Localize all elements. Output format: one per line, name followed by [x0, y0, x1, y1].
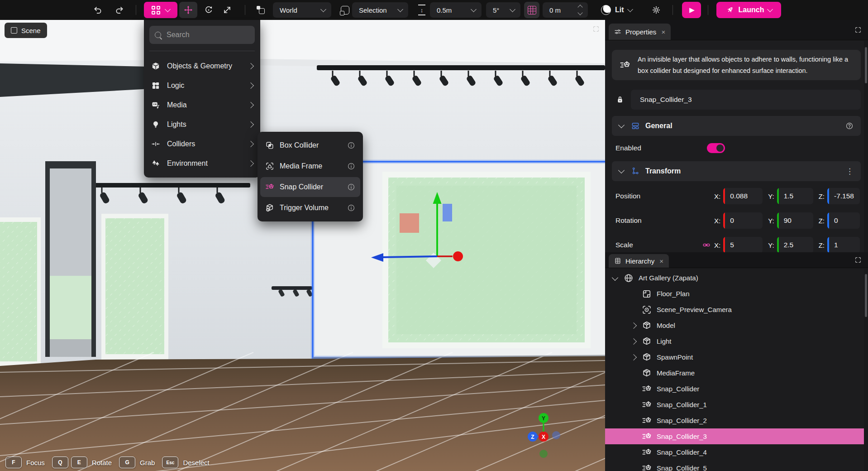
snap-collider-icon [642, 447, 652, 457]
help-icon[interactable] [845, 122, 854, 130]
link-scale-icon[interactable] [702, 241, 711, 249]
tree-row[interactable]: Snap_Collider [605, 381, 868, 397]
world-space-dropdown[interactable]: World [273, 2, 331, 18]
chevron-down-icon[interactable] [612, 274, 618, 281]
expand-icon[interactable] [854, 26, 862, 34]
scale-z-field[interactable]: 1 [827, 237, 860, 252]
info-icon[interactable] [347, 141, 355, 149]
position-z-field[interactable]: -7.158 [827, 188, 860, 204]
menu-item-media[interactable]: Media [144, 95, 260, 115]
lock-icon[interactable] [615, 95, 625, 104]
chevron-down-icon[interactable] [618, 122, 625, 128]
transform-section-header[interactable]: Transform ⋮ [612, 161, 861, 181]
hierarchy-panel: Hierarchy × Art Gallery (Zapata) Floor_P… [605, 252, 868, 471]
submenu-item-snap-collider[interactable]: Snap Collider [260, 177, 360, 197]
rotation-z-field[interactable]: 0 [827, 212, 860, 229]
close-icon[interactable]: × [659, 257, 663, 265]
transform-icon [631, 167, 640, 176]
media-icon [151, 101, 160, 110]
menu-item-environment[interactable]: Environment [144, 154, 260, 173]
enabled-toggle[interactable] [707, 143, 725, 153]
move-tool-button[interactable] [179, 2, 197, 18]
stepper-arrows[interactable] [578, 5, 582, 14]
tree-row[interactable]: Snap_Collider_5 [605, 460, 868, 471]
scrollbar[interactable] [864, 41, 868, 252]
kebab-menu-icon[interactable]: ⋮ [846, 167, 854, 176]
rotate-snap-dropdown[interactable]: 5° [486, 2, 520, 18]
bulb-icon [151, 120, 160, 129]
chevron-down-icon [510, 6, 515, 12]
viewport-3d-scene[interactable]: Y Z X [0, 20, 605, 471]
undo-button[interactable] [91, 2, 105, 18]
axis-y-label: Y: [768, 241, 774, 249]
general-section-header[interactable]: General [612, 116, 861, 136]
hierarchy-tree: Art Gallery (Zapata) Floor_Plan Scene_Pr… [605, 268, 868, 471]
menu-item-logic[interactable]: Logic [144, 76, 260, 95]
tree-row-selected[interactable]: Snap_Collider_3 [605, 428, 868, 444]
submenu-item-box-collider[interactable]: Box Collider [260, 135, 360, 155]
rotation-x-field[interactable]: 0 [723, 212, 763, 229]
axis-z-label[interactable]: Z [531, 434, 534, 440]
chevron-right-icon [248, 160, 254, 166]
submenu-item-trigger-volume[interactable]: Trigger Volume [260, 198, 360, 218]
menu-item-colliders[interactable]: Colliders [144, 134, 260, 154]
pivot-mode-dropdown[interactable]: Selection [352, 2, 408, 18]
info-icon[interactable] [347, 204, 355, 212]
height-stepper[interactable]: 0 m [543, 2, 588, 18]
trigger-volume-icon [265, 203, 274, 212]
close-icon[interactable]: × [661, 28, 665, 36]
expand-icon[interactable] [592, 25, 600, 33]
tree-row[interactable]: Scene_Preview_Camera [605, 302, 868, 317]
settings-button[interactable] [648, 2, 664, 18]
scale-tool-button[interactable] [219, 2, 235, 18]
info-icon[interactable] [347, 183, 355, 191]
tree-row[interactable]: Model [605, 317, 868, 333]
grid-toggle-button[interactable] [524, 2, 539, 18]
scrollbar[interactable] [864, 269, 868, 471]
submenu-item-media-frame[interactable]: Media Frame [260, 156, 360, 176]
menu-item-objects-geometry[interactable]: Objects & Geometry [144, 56, 260, 76]
info-icon[interactable] [347, 162, 355, 170]
scale-x-field[interactable]: 5 [723, 237, 763, 252]
tree-row[interactable]: Snap_Collider_2 [605, 413, 868, 428]
add-object-button[interactable] [144, 2, 177, 18]
position-y-field[interactable]: 1.5 [777, 188, 813, 204]
tree-row-root[interactable]: Art Gallery (Zapata) [605, 270, 868, 286]
rotate-tool-button[interactable] [200, 2, 217, 18]
launch-button[interactable]: Launch [716, 2, 781, 18]
axis-x-label[interactable]: X [542, 434, 545, 440]
chevron-right-icon[interactable] [630, 354, 637, 360]
tab-hierarchy[interactable]: Hierarchy × [609, 254, 669, 268]
play-button[interactable]: ▶ [682, 2, 701, 18]
chevron-right-icon[interactable] [630, 322, 637, 329]
tab-properties[interactable]: Properties × [609, 24, 671, 40]
object-name-field[interactable] [631, 90, 861, 110]
tree-row[interactable]: Floor_Plan [605, 286, 868, 302]
3d-viewport[interactable]: Y Z X Scene F Focus Q E Rotate G Grab Es… [0, 20, 605, 471]
axis-y-label[interactable]: Y [542, 415, 545, 422]
tree-row[interactable]: MediaFrame [605, 365, 868, 381]
search-field[interactable] [149, 26, 255, 44]
tree-row[interactable]: SpawnPoint [605, 349, 868, 365]
grid-snap-dropdown[interactable]: 0.5m [430, 2, 482, 18]
chevron-down-icon[interactable] [618, 167, 625, 173]
pivot-toggle-button[interactable] [337, 2, 353, 18]
tree-row[interactable]: Snap_Collider_4 [605, 444, 868, 460]
chevron-right-icon[interactable] [630, 338, 637, 345]
chevron-right-icon [248, 140, 254, 147]
menu-item-lights[interactable]: Lights [144, 115, 260, 134]
orientation-toggle-button[interactable] [253, 2, 269, 18]
rotate-tool-icon [204, 5, 214, 15]
height-snap-button[interactable]: ↕ [414, 2, 430, 18]
expand-icon[interactable] [854, 256, 862, 264]
render-mode-dropdown[interactable]: Lit [601, 2, 632, 18]
tree-row[interactable]: Light [605, 333, 868, 349]
search-icon [155, 32, 161, 38]
search-input[interactable] [166, 30, 249, 39]
tree-row[interactable]: Snap_Collider_1 [605, 397, 868, 413]
redo-button[interactable] [112, 2, 127, 18]
rotation-y-field[interactable]: 90 [777, 212, 813, 229]
scene-tab[interactable]: Scene [5, 23, 47, 38]
scale-y-field[interactable]: 2.5 [777, 237, 813, 252]
position-x-field[interactable]: 0.088 [723, 188, 763, 204]
